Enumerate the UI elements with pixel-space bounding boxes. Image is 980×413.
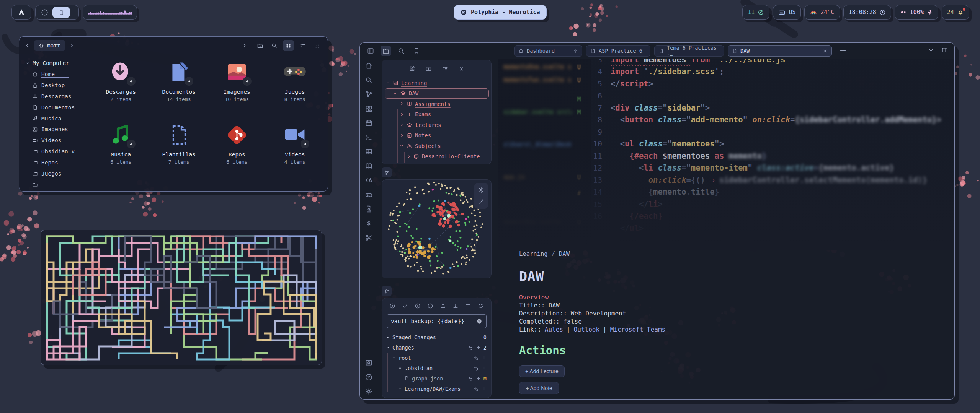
microphone-icon[interactable] bbox=[927, 9, 933, 15]
stage-icon[interactable] bbox=[476, 345, 481, 350]
folder-item[interactable]: Plantillas 7 items bbox=[150, 123, 208, 186]
keyboard-layout-pill[interactable]: US bbox=[773, 5, 801, 20]
git-tool-button[interactable] bbox=[465, 303, 471, 309]
link-microsoft-teams[interactable]: Microsoft Teams bbox=[610, 325, 666, 333]
tree-item-learning[interactable]: Learning bbox=[386, 78, 489, 88]
sidebar-item[interactable]: Musica bbox=[32, 113, 89, 124]
sidebar-item[interactable]: Obsidian V… bbox=[32, 146, 89, 157]
sidebar-item[interactable]: Juegos bbox=[32, 168, 89, 179]
audio-pill[interactable]: 100% bbox=[895, 5, 938, 20]
action-button[interactable] bbox=[519, 399, 559, 400]
git-row-exams[interactable]: Learning/DAW/Exams bbox=[386, 384, 487, 394]
graph-panel-tab[interactable] bbox=[382, 167, 392, 177]
action-button[interactable]: + Add Note bbox=[519, 382, 559, 394]
close-icon[interactable] bbox=[823, 49, 828, 54]
tree-item-desarrollo-cliente[interactable]: Desarrollo-Cliente bbox=[386, 151, 489, 162]
back-button[interactable] bbox=[24, 42, 31, 49]
git-panel-tab[interactable] bbox=[382, 286, 392, 296]
chrome-button[interactable] bbox=[411, 46, 422, 56]
commit-message-input[interactable]: vault backup: {{date}} bbox=[387, 314, 487, 328]
tree-item-exams[interactable]: ! Exams bbox=[386, 109, 489, 120]
now-playing[interactable]: Polyphia - Neurotica bbox=[454, 5, 547, 20]
stage-icon[interactable] bbox=[482, 386, 487, 391]
toolbar-button[interactable] bbox=[240, 40, 252, 51]
toolbar-button[interactable] bbox=[311, 40, 322, 51]
speaker-icon[interactable] bbox=[900, 9, 907, 16]
sidebar-item[interactable] bbox=[32, 179, 89, 190]
toolbar-button[interactable] bbox=[254, 40, 266, 51]
ribbon-button[interactable] bbox=[365, 191, 373, 199]
folder-item[interactable]: Descargas 2 items bbox=[92, 60, 150, 123]
graph-control-button[interactable] bbox=[478, 198, 485, 205]
git-row-root[interactable]: root bbox=[386, 353, 487, 363]
explorer-tool-button[interactable] bbox=[409, 65, 415, 72]
ribbon-button[interactable] bbox=[365, 76, 373, 84]
git-row-staged[interactable]: Staged Changes 0 bbox=[386, 332, 487, 342]
forward-button[interactable] bbox=[69, 42, 75, 49]
sidebar-item[interactable]: Videos bbox=[32, 135, 89, 146]
explorer-tool-button[interactable] bbox=[425, 65, 432, 72]
tab-asp-practice[interactable]: ASP Practice 6 bbox=[586, 45, 650, 57]
explorer-tool-button[interactable] bbox=[458, 65, 465, 72]
sidebar-item[interactable]: Repos bbox=[32, 157, 89, 168]
folder-item[interactable]: Juegos 8 items bbox=[266, 60, 324, 123]
ribbon-button[interactable] bbox=[365, 119, 373, 127]
git-tool-button[interactable] bbox=[452, 303, 459, 309]
git-row-graph-json[interactable]: graph.json M bbox=[386, 373, 487, 384]
action-button[interactable]: + Add Lecture bbox=[519, 365, 565, 377]
tree-item-subjects[interactable]: Subjects bbox=[386, 141, 489, 151]
tab-tema6[interactable]: Tema 6 Prácticas -… bbox=[654, 45, 724, 57]
clear-input-icon[interactable] bbox=[476, 318, 482, 324]
tree-item-lectures[interactable]: Lectures bbox=[386, 120, 489, 130]
folder-item[interactable]: Documentos 14 items bbox=[150, 60, 208, 123]
ribbon-button[interactable] bbox=[365, 220, 373, 228]
git-tool-button[interactable] bbox=[427, 303, 433, 309]
ribbon-button[interactable] bbox=[365, 162, 373, 170]
explorer-tool-button[interactable] bbox=[442, 65, 448, 72]
pin-icon[interactable] bbox=[573, 48, 578, 54]
undo-icon[interactable] bbox=[468, 345, 473, 350]
ribbon-button[interactable] bbox=[365, 176, 373, 184]
tab-option-button[interactable] bbox=[928, 47, 934, 54]
breadcrumb[interactable]: matt bbox=[34, 40, 65, 51]
undo-icon[interactable] bbox=[474, 355, 479, 361]
folder-item[interactable]: Imagenes 10 items bbox=[208, 60, 266, 123]
tab-option-button[interactable] bbox=[941, 47, 948, 54]
tree-item-notes[interactable]: Notes bbox=[386, 130, 489, 141]
git-row-changes[interactable]: Changes 2 bbox=[386, 342, 487, 353]
ribbon-button[interactable] bbox=[365, 133, 373, 141]
tab-daw[interactable]: DAW bbox=[728, 45, 832, 57]
sidebar-item[interactable]: Desktop bbox=[32, 80, 89, 91]
undo-icon[interactable] bbox=[474, 366, 479, 371]
ribbon-button[interactable] bbox=[365, 148, 373, 156]
sidebar-item[interactable]: Descargas bbox=[32, 91, 89, 102]
discard-icon[interactable] bbox=[476, 335, 481, 340]
updates-pill[interactable]: 11 bbox=[742, 5, 769, 20]
sidebar-item[interactable]: Home bbox=[32, 69, 89, 80]
undo-icon[interactable] bbox=[468, 376, 473, 381]
git-tool-button[interactable] bbox=[389, 303, 395, 309]
toolbar-button[interactable] bbox=[283, 40, 294, 51]
ribbon-button[interactable] bbox=[365, 205, 373, 213]
chrome-button[interactable] bbox=[396, 46, 407, 56]
taskbar-apps[interactable] bbox=[35, 5, 79, 20]
stage-icon[interactable] bbox=[476, 376, 481, 381]
chrome-button[interactable] bbox=[381, 46, 391, 56]
stage-icon[interactable] bbox=[482, 355, 487, 360]
graph-control-button[interactable] bbox=[478, 187, 485, 193]
notifications-pill[interactable]: 24 bbox=[942, 5, 969, 20]
ribbon-button[interactable] bbox=[365, 359, 373, 367]
launcher-button[interactable] bbox=[11, 5, 31, 20]
ribbon-button[interactable] bbox=[365, 387, 373, 395]
active-app-chip[interactable] bbox=[52, 7, 70, 18]
chrome-button[interactable] bbox=[365, 46, 376, 56]
undo-icon[interactable] bbox=[474, 386, 479, 392]
tree-item-daw[interactable]: DAW bbox=[385, 88, 489, 99]
tab-dashboard[interactable]: Dashboard bbox=[514, 45, 582, 57]
ribbon-button[interactable] bbox=[365, 105, 373, 113]
git-tool-button[interactable] bbox=[440, 303, 446, 309]
firefox-icon[interactable] bbox=[41, 8, 49, 16]
link-outlook[interactable]: Outlook bbox=[574, 325, 599, 333]
folder-item[interactable]: Repos 6 items bbox=[208, 123, 266, 186]
weather-pill[interactable]: 24°C bbox=[804, 5, 840, 20]
